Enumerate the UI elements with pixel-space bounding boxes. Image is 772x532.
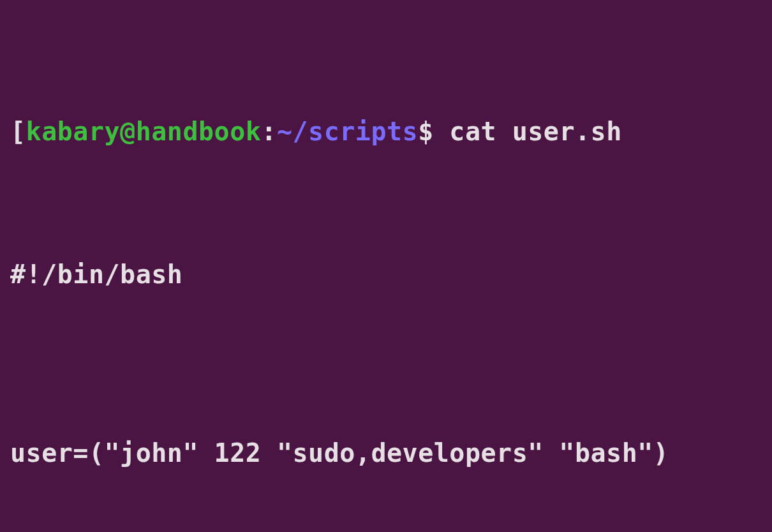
prompt-colon: : (261, 117, 277, 146)
script-line: #!/bin/bash (10, 256, 762, 292)
prompt-bracket: [ (10, 117, 26, 146)
terminal-window[interactable]: [kabary@handbook:~/scripts$ cat user.sh … (0, 0, 772, 532)
prompt-dollar: $ (418, 117, 434, 146)
terminal-line: [kabary@handbook:~/scripts$ cat user.sh (10, 114, 762, 149)
prompt-user-host: kabary@handbook (26, 117, 262, 146)
command-text (434, 117, 450, 146)
command-cat: cat user.sh (449, 117, 621, 146)
prompt-path: ~/scripts (277, 117, 418, 146)
script-line: user=("john" 122 "sudo,developers" "bash… (10, 435, 762, 471)
